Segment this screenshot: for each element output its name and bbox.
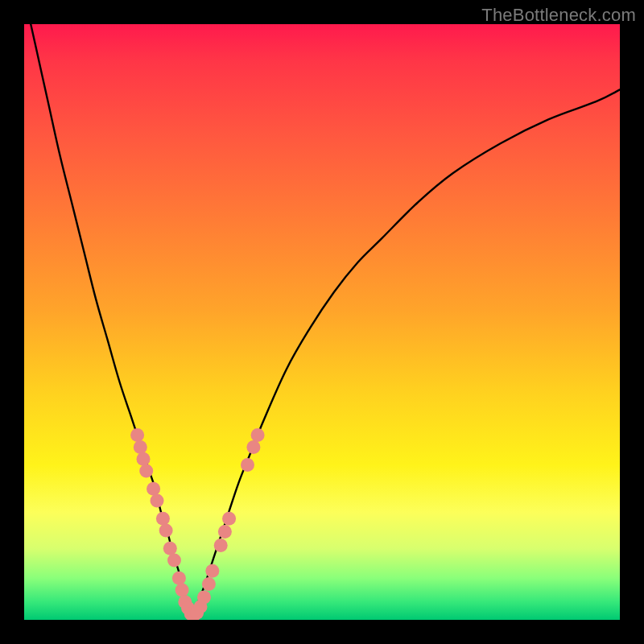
plot-area: [24, 24, 620, 620]
data-marker: [218, 525, 232, 539]
data-marker: [175, 584, 189, 597]
data-marker: [251, 428, 265, 442]
chart-frame: TheBottleneck.com: [0, 0, 644, 644]
data-marker: [167, 554, 181, 568]
data-marker: [172, 572, 186, 585]
data-marker: [241, 458, 254, 472]
chart-svg: [24, 24, 620, 620]
data-marker: [134, 440, 147, 454]
data-marker: [139, 464, 153, 478]
data-marker: [246, 440, 260, 454]
curve-right-branch: [191, 89, 620, 620]
data-marker: [222, 512, 236, 526]
watermark-text: TheBottleneck.com: [481, 5, 636, 26]
data-marker: [159, 524, 173, 538]
data-marker: [202, 577, 216, 591]
data-marker: [163, 542, 177, 555]
data-marker: [156, 512, 170, 526]
data-marker: [151, 494, 164, 508]
data-marker: [147, 482, 160, 496]
data-marker: [205, 564, 219, 578]
curve-markers: [130, 428, 264, 620]
data-marker: [130, 428, 144, 442]
data-marker: [214, 539, 228, 552]
data-marker: [137, 452, 151, 466]
data-marker: [197, 590, 211, 604]
